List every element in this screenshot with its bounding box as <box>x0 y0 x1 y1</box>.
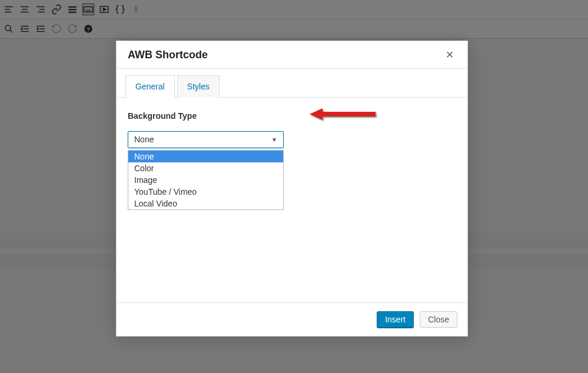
modal-footer: Insert Close <box>117 302 467 336</box>
tab-general[interactable]: General <box>125 75 175 98</box>
svg-marker-30 <box>310 108 376 120</box>
option-color[interactable]: Color <box>128 162 283 174</box>
select-value: None <box>134 135 154 144</box>
modal-header: AWB Shortcode ✕ <box>117 41 467 69</box>
option-none[interactable]: None <box>128 151 283 162</box>
shortcode-modal: AWB Shortcode ✕ General Styles Backgroun… <box>116 41 468 337</box>
close-icon[interactable]: ✕ <box>444 49 456 61</box>
select-display[interactable]: None ▼ <box>128 132 283 148</box>
tab-styles[interactable]: Styles <box>177 75 220 98</box>
modal-body: Background Type None ▼ None Color Image … <box>117 98 467 302</box>
tabs-row: General Styles <box>117 69 467 98</box>
chevron-down-icon: ▼ <box>271 136 277 143</box>
background-type-select[interactable]: None ▼ None Color Image YouTube / Vimeo … <box>128 131 284 148</box>
background-type-label: Background Type <box>128 111 197 121</box>
insert-button[interactable]: Insert <box>377 311 414 328</box>
option-image[interactable]: Image <box>128 174 283 186</box>
close-button[interactable]: Close <box>420 311 457 328</box>
annotation-arrow-icon <box>310 108 378 122</box>
option-local-video[interactable]: Local Video <box>128 198 283 209</box>
select-options-list: None Color Image YouTube / Vimeo Local V… <box>128 150 284 210</box>
modal-title: AWB Shortcode <box>128 49 208 61</box>
option-youtube-vimeo[interactable]: YouTube / Vimeo <box>128 186 283 198</box>
